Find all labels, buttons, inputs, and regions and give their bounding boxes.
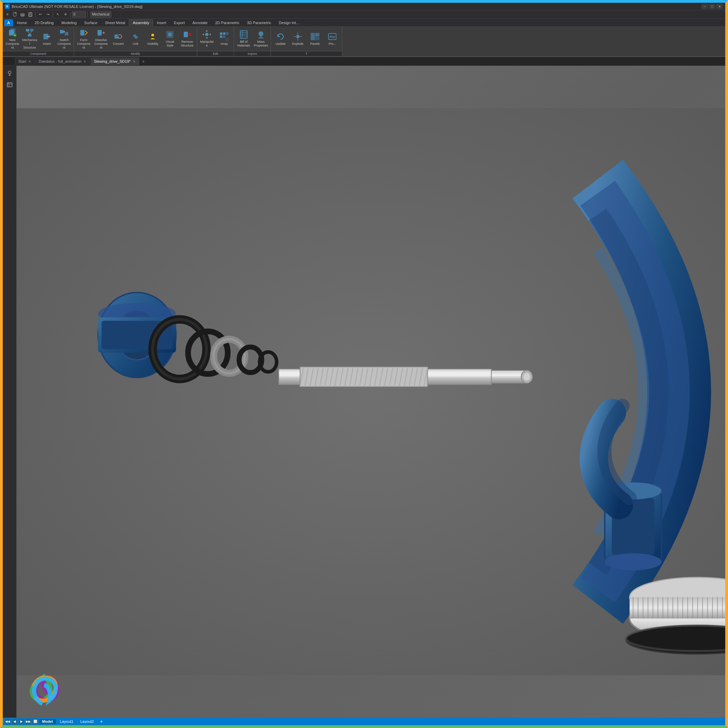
- link-button[interactable]: Link: [127, 30, 144, 47]
- manipulate-icon: [202, 30, 212, 39]
- svg-rect-7: [10, 29, 15, 34]
- array-button[interactable]: Array: [216, 30, 232, 47]
- switch-component-icon: [59, 28, 69, 38]
- mechanical-structure-button[interactable]: MechanicalStructure: [21, 27, 38, 50]
- menu-button[interactable]: ≡: [4, 11, 11, 18]
- explode-button[interactable]: Explode: [289, 30, 306, 47]
- remove-structure-button[interactable]: RemoveStructure: [179, 29, 196, 49]
- save-button[interactable]: [27, 11, 34, 18]
- convert-button[interactable]: Convert: [110, 30, 127, 47]
- tab-sheet-metal[interactable]: Sheet Metal: [101, 19, 129, 26]
- form-component-label: FormComponent: [76, 38, 91, 49]
- component-group-content: + NewComponent: [3, 26, 74, 51]
- new-file-button[interactable]: [12, 11, 18, 18]
- ribbon-group-component: + NewComponent: [3, 26, 74, 56]
- sidebar-button-1[interactable]: [5, 68, 15, 78]
- form-component-button[interactable]: FormComponent: [75, 27, 92, 50]
- svg-rect-12: [28, 34, 31, 37]
- add-tab-button[interactable]: +: [140, 58, 147, 65]
- mechanical-structure-label: MechanicalStructure: [22, 38, 37, 49]
- svg-line-13: [28, 31, 30, 34]
- tab-daedalus[interactable]: Daedalus - full_animation ✕: [35, 58, 90, 65]
- svg-point-42: [258, 31, 263, 36]
- tab-start-label: Start: [18, 59, 26, 63]
- tab-3d-parametric[interactable]: 3D Parametric: [243, 19, 275, 26]
- viewport[interactable]: [17, 66, 364, 364]
- dissolve-component-icon: [96, 28, 106, 38]
- tab-modeling[interactable]: Modeling: [58, 19, 81, 26]
- svg-rect-44: [297, 35, 299, 38]
- ribbon-tabs: A Home 2D Drafting Modeling Surface Shee…: [3, 18, 364, 26]
- tabs-more-button[interactable]: ···: [3, 3, 6, 8]
- svg-rect-32: [223, 32, 225, 35]
- ribbon-group-tools: Update Explode: [271, 26, 342, 56]
- undo-button[interactable]: ↩: [37, 11, 44, 18]
- svg-rect-55: [7, 83, 12, 87]
- cursor-button[interactable]: ✛: [62, 11, 69, 18]
- tab-2d-parametric[interactable]: 2D Parametric: [211, 19, 243, 26]
- svg-rect-10: [26, 29, 29, 31]
- layer-input[interactable]: [72, 11, 86, 18]
- mass-properties-button[interactable]: MassProperties: [253, 29, 269, 49]
- tab-home[interactable]: Home: [13, 19, 31, 26]
- insert-button[interactable]: Insert: [38, 30, 55, 47]
- panels-label: Panels: [310, 42, 320, 46]
- panels-icon: [310, 32, 320, 41]
- tab-daedalus-close[interactable]: ✕: [83, 59, 87, 64]
- pro-button[interactable]: Pro Pro...: [324, 30, 341, 47]
- new-component-button[interactable]: + NewComponent: [4, 27, 21, 50]
- manipulate-label: Manipulate: [199, 40, 214, 47]
- tab-export[interactable]: Export: [170, 19, 188, 26]
- svg-rect-37: [240, 31, 247, 38]
- link-icon: [131, 32, 140, 41]
- dissolve-component-button[interactable]: DissolveComponent: [93, 27, 109, 50]
- convert-icon: [113, 32, 123, 41]
- ribbon-group-modify: FormComponent DissolveComponent: [74, 26, 197, 56]
- svg-rect-16: [60, 30, 63, 34]
- manipulate-button[interactable]: Manipulate: [199, 29, 215, 49]
- tab-insert[interactable]: Insert: [153, 19, 170, 26]
- pointer-button[interactable]: ↖: [55, 11, 61, 18]
- insert-label: Insert: [43, 42, 51, 46]
- dissolve-component-label: DissolveComponent: [93, 38, 109, 49]
- tab-annotate[interactable]: Annotate: [188, 19, 211, 26]
- viewport-3d: [17, 66, 364, 364]
- edit-group-label: Edit: [197, 51, 234, 56]
- open-file-button[interactable]: [19, 11, 26, 18]
- update-button[interactable]: Update: [272, 30, 289, 47]
- visual-style-button[interactable]: VisualStyle: [162, 29, 178, 49]
- form-component-icon: [79, 28, 89, 38]
- svg-point-26: [168, 32, 172, 37]
- assembly-svg: [17, 66, 364, 364]
- ribbon-group-inquire: Bill ofMaterials MassProperties Inquire: [234, 26, 271, 56]
- switch-component-button[interactable]: SwitchComponent: [56, 27, 72, 50]
- svg-rect-1: [15, 12, 16, 14]
- tab-start-close[interactable]: ✕: [28, 59, 32, 64]
- svg-text:Pro: Pro: [330, 35, 335, 38]
- edit-group-content: Manipulate Array: [197, 26, 234, 51]
- tab-2d-drafting[interactable]: 2D Drafting: [31, 19, 58, 26]
- svg-rect-34: [223, 35, 225, 38]
- visibility-button[interactable]: Visibility: [144, 30, 161, 47]
- bricsys-logo-tab[interactable]: A: [4, 19, 13, 26]
- svg-point-24: [152, 36, 153, 37]
- update-icon: [276, 32, 285, 41]
- tools-group-label: T: [271, 51, 342, 56]
- tab-slewing-drive[interactable]: Slewing_drive_SD19* ✕: [91, 58, 139, 65]
- tab-start[interactable]: Start ✕: [15, 58, 35, 65]
- quick-access-toolbar: ≡ ↩ ↪ ↖ ✛: [3, 10, 364, 18]
- redo-button[interactable]: ↪: [44, 11, 51, 18]
- panels-button[interactable]: Panels: [307, 30, 323, 47]
- visibility-icon: [148, 32, 158, 41]
- insert-icon: [42, 32, 52, 41]
- tab-slewing-close[interactable]: ✕: [132, 59, 136, 64]
- sidebar-button-2[interactable]: [5, 80, 15, 90]
- svg-point-54: [8, 71, 11, 74]
- app-window: B BricsCAD Ultimate (NOT FOR RESALE Lice…: [3, 3, 364, 364]
- tab-design-int[interactable]: Design Int...: [275, 19, 303, 26]
- tab-surface[interactable]: Surface: [81, 19, 101, 26]
- svg-rect-5: [29, 15, 32, 16]
- bill-of-materials-button[interactable]: Bill ofMaterials: [236, 29, 252, 49]
- tab-assembly[interactable]: Assembly: [129, 19, 153, 26]
- link-label: Link: [133, 42, 139, 46]
